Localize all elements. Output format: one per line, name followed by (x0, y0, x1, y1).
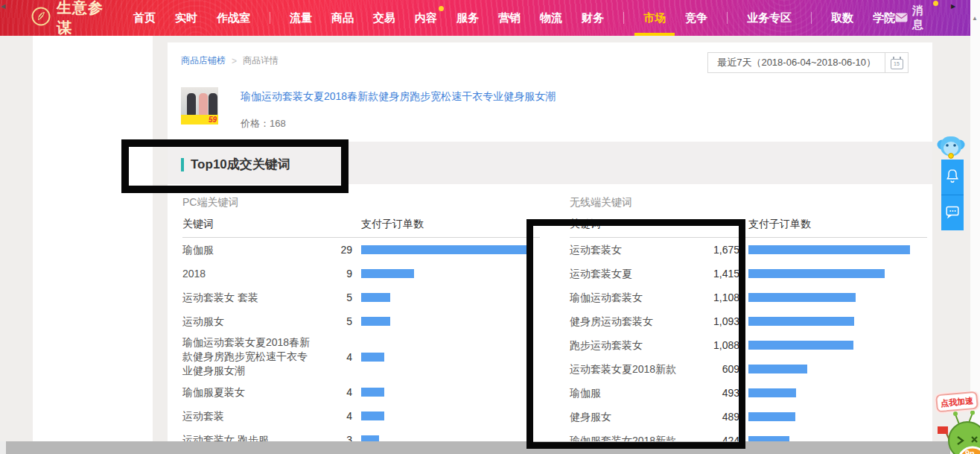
scroll-right-arrow-icon[interactable]: ▶ (951, 3, 955, 10)
keyword-cell: 运动套装 (182, 407, 315, 426)
nav-menu: 首页实时作战室流量商品交易内容服务营销物流财务市场竞争业务专区取数学院 (133, 0, 895, 36)
accent-bar (181, 158, 184, 171)
table-row: 瑜伽服493 (570, 381, 927, 405)
bar-track (748, 245, 927, 254)
bar-track (361, 412, 540, 420)
bar-track (361, 293, 540, 302)
nav-item-交易[interactable]: 交易 (373, 0, 395, 36)
nav-item-商品[interactable]: 商品 (331, 0, 354, 36)
thumb-figure (209, 93, 217, 116)
nav-item-物流[interactable]: 物流 (540, 0, 562, 36)
feedback-button[interactable] (941, 195, 964, 230)
content-card: 商品店铺榜 > 商品详情 最近7天（2018-06-04~2018-06-10）… (168, 42, 932, 441)
order-count-cell: 4 (315, 351, 352, 363)
order-count-cell: 29 (315, 244, 352, 256)
product-summary: 59 瑜伽运动套装女夏2018春新款健身房跑步宽松速干衣专业健身服女潮 价格：1… (181, 87, 556, 130)
product-info: 瑜伽运动套装女夏2018春新款健身房跑步宽松速干衣专业健身服女潮 价格：168 (241, 87, 556, 130)
nav-item-服务[interactable]: 服务 (456, 0, 479, 36)
nav-item-流量[interactable]: 流量 (290, 0, 312, 36)
breadcrumb-separator: > (232, 56, 237, 66)
breadcrumb-link[interactable]: 商品店铺榜 (181, 54, 226, 67)
order-count-bar (361, 269, 414, 278)
order-count-bar (748, 388, 796, 397)
table-row: 瑜伽服夏装女4 (182, 380, 540, 404)
order-count-bar (361, 435, 379, 441)
bar-track (361, 245, 540, 254)
table-header: 关键词 支付子订单数 (570, 215, 927, 238)
bar-track (361, 388, 540, 397)
elephant-mascot[interactable] (937, 134, 965, 163)
keyword-cell: 运动套装女 套装 (182, 289, 315, 307)
nav-item-业务专区[interactable]: 业务专区 (747, 0, 792, 36)
order-count-bar (361, 245, 531, 254)
nav-divider (623, 12, 624, 24)
bar-track (748, 412, 927, 421)
product-title-link[interactable]: 瑜伽运动套装女夏2018春新款健身房跑步宽松速干衣专业健身服女潮 (241, 90, 556, 104)
chat-icon (944, 204, 961, 223)
speedup-mascot[interactable]: 点我加速 9n (932, 391, 980, 454)
nav-item-营销[interactable]: 营销 (498, 0, 521, 36)
horizontal-scrollbar-thumb[interactable] (6, 441, 950, 454)
bar-track (748, 317, 927, 326)
nav-item-内容[interactable]: 内容 (415, 0, 437, 36)
nav-item-messages[interactable]: 消息 (895, 4, 931, 32)
speedup-bubble[interactable]: 点我加速 (935, 391, 979, 412)
vertical-scrollbar[interactable]: ▲ (970, 0, 980, 454)
left-sidebar-panel (33, 36, 153, 441)
notification-dot (933, 1, 938, 6)
keyword-cell: 运动套装女夏2018新款 (570, 360, 702, 379)
table-title: 无线端关键词 (570, 195, 927, 209)
nav-item-作战室[interactable]: 作战室 (217, 0, 250, 36)
svg-text:9n: 9n (965, 449, 975, 454)
nav-item-学院[interactable]: 学院 (873, 0, 895, 36)
brand-name: 生意参谋 (57, 0, 111, 38)
order-count-cell: 493 (702, 387, 739, 399)
breadcrumb: 商品店铺榜 > 商品详情 (181, 54, 279, 67)
scroll-up-arrow-icon[interactable]: ▲ (972, 15, 978, 22)
table-body: 运动套装女1,675运动套装女夏1,415瑜伽运动套装女1,108健身房运动套装… (570, 238, 927, 441)
nav-item-首页[interactable]: 首页 (133, 0, 156, 36)
date-range-button[interactable]: 最近7天（2018-06-04~2018-06-10） (707, 52, 885, 73)
nav-messages-label: 消息 (912, 4, 931, 32)
bar-track (748, 341, 927, 350)
nav-item-市场[interactable]: 市场 (643, 0, 666, 36)
order-count-cell: 5 (315, 291, 352, 303)
table-row: 运动服女5 (182, 309, 540, 333)
thumb-figure (187, 93, 196, 116)
keyword-cell: 瑜伽服套装女2018新款 (570, 432, 702, 442)
order-count-cell: 1,415 (702, 268, 739, 280)
order-count-bar (361, 388, 384, 397)
bar-track (748, 436, 927, 441)
table-title: PC端关键词 (182, 195, 540, 209)
envelope-icon (895, 12, 908, 25)
calendar-button[interactable]: 15 (885, 52, 909, 73)
nav-item-财务[interactable]: 财务 (582, 0, 604, 36)
table-row: 瑜伽服29 (182, 238, 540, 262)
keyword-cell: 运动套装女夏 (570, 265, 702, 283)
green-mascot-icon: 9n (934, 411, 980, 454)
order-count-cell: 1,108 (702, 291, 739, 303)
order-count-bar (748, 365, 807, 373)
brand[interactable]: 生意参谋 (31, 0, 111, 38)
nav-divider (811, 12, 812, 24)
wireless-keyword-table: 无线端关键词 关键词 支付子订单数 运动套装女1,675运动套装女夏1,415瑜… (570, 195, 927, 441)
table-row: 跑步运动套装女1,088 (570, 333, 927, 357)
table-header: 关键词 支付子订单数 (182, 215, 540, 238)
nav-item-取数[interactable]: 取数 (831, 0, 853, 36)
bar-track (748, 388, 927, 397)
bar-track (748, 269, 927, 278)
notifications-button[interactable] (941, 160, 964, 195)
order-count-cell: 3 (315, 434, 352, 441)
product-thumbnail[interactable]: 59 (181, 87, 218, 124)
order-count-bar (361, 353, 384, 362)
order-count-bar (361, 412, 384, 420)
scroll-left-arrow-icon[interactable]: ◀ (1, 3, 5, 10)
nav-item-竞争[interactable]: 竞争 (685, 0, 707, 36)
table-row: 健身房运动套装女1,093 (570, 309, 927, 333)
bar-track (361, 317, 540, 326)
top-nav: 生意参谋 首页实时作战室流量商品交易内容服务营销物流财务市场竞争业务专区取数学院… (0, 0, 980, 36)
nav-item-实时[interactable]: 实时 (175, 0, 197, 36)
table-row: 运动套装女1,675 (570, 238, 927, 262)
section-title: Top10成交关键词 (191, 156, 290, 173)
order-count-cell: 424 (702, 435, 739, 441)
